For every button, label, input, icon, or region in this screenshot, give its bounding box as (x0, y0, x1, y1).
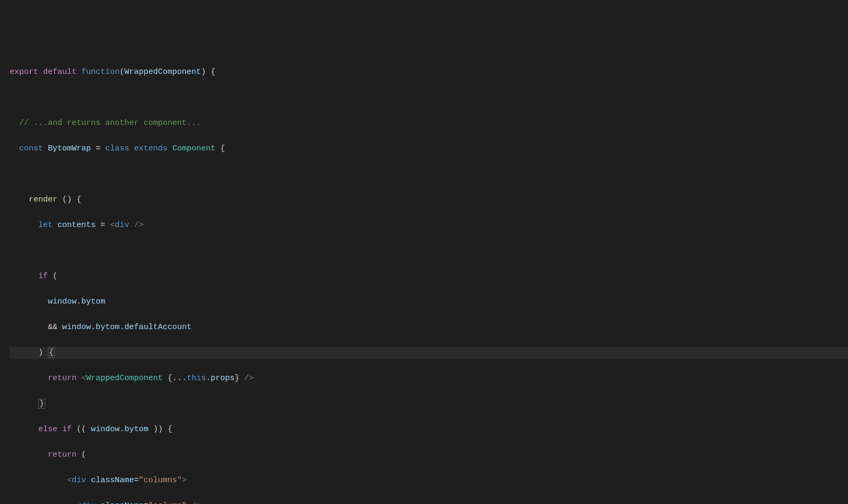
code-line[interactable]: <div className="column" /> (10, 500, 848, 504)
code-line[interactable]: <div className="columns"> (10, 474, 848, 487)
code-line[interactable] (10, 91, 848, 104)
code-line[interactable]: let contents = <div /> (10, 219, 848, 232)
code-area[interactable]: export default function(WrappedComponent… (10, 53, 848, 504)
gutter (0, 53, 10, 504)
code-line[interactable]: const BytomWrap = class extends Componen… (10, 142, 848, 155)
code-editor[interactable]: export default function(WrappedComponent… (0, 51, 848, 504)
code-line[interactable]: && window.bytom.defaultAccount (10, 321, 848, 334)
code-line[interactable]: export default function(WrappedComponent… (10, 66, 848, 79)
code-line[interactable] (10, 245, 848, 257)
code-line[interactable]: } (10, 398, 848, 410)
code-line[interactable]: if ( (10, 270, 848, 283)
code-line[interactable]: // ...and returns another component... (10, 117, 848, 130)
code-line[interactable]: window.bytom (10, 296, 848, 308)
code-line[interactable] (10, 168, 848, 181)
code-line-current[interactable]: ) { (10, 347, 848, 359)
code-line[interactable]: return <WrappedComponent {...this.props}… (10, 372, 848, 385)
code-line[interactable]: render () { (10, 194, 848, 206)
code-line[interactable]: else if (( window.bytom )) { (10, 423, 848, 436)
code-line[interactable]: return ( (10, 449, 848, 461)
